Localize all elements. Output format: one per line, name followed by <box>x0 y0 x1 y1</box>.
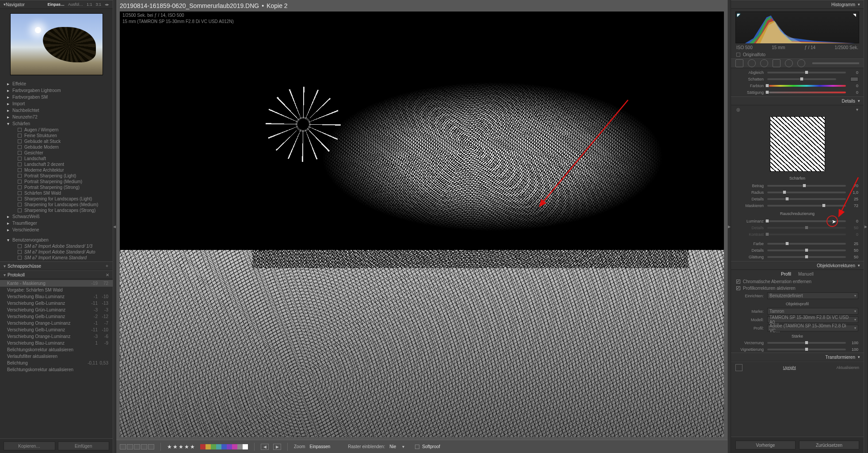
preset-group-scharfen[interactable]: Schärfen <box>0 120 113 127</box>
original-photo-toggle[interactable]: Originalfoto <box>731 51 864 58</box>
color-label-swatch[interactable] <box>232 444 237 449</box>
history-row[interactable]: Verschiebung Gelb-Luminanz-11-13 <box>0 300 113 307</box>
history-row[interactable]: Verschiebung Blau-Luminanz-1-10 <box>0 293 113 300</box>
history-row[interactable]: Verschiebung Orange-Luminanz-1-7 <box>0 320 113 326</box>
add-snapshot-icon[interactable]: ＋ <box>105 263 109 269</box>
details-sharpen-slider[interactable]: Details25 <box>731 196 864 202</box>
preset-group[interactable]: Import <box>0 100 113 107</box>
tab-manuell[interactable]: Manuell <box>798 272 814 276</box>
user-preset-item[interactable]: SM a7 Import Adobe Standard/ 1/3 <box>0 243 113 249</box>
rating-stars[interactable]: ★★★★★ <box>167 444 196 450</box>
luminanz-slider[interactable]: Luminanz0 <box>731 218 864 224</box>
compare-split-icon[interactable] <box>141 444 147 449</box>
detail-target-icon[interactable]: ◎ <box>736 107 740 112</box>
histogram[interactable]: ◤ ◥ <box>735 12 859 43</box>
preset-group[interactable]: Farbvorgaben Lightroom <box>0 87 113 94</box>
color-label-swatch[interactable] <box>237 444 243 449</box>
previous-button[interactable]: Vorherige <box>735 441 796 449</box>
history-row[interactable]: Verschiebung Gelb-Luminanz-11-10 <box>0 326 113 333</box>
preset-item[interactable]: Schärfen SM Wald <box>0 190 113 196</box>
spot-tool-icon[interactable] <box>748 59 756 67</box>
radius-slider[interactable]: Radius1,0 <box>731 189 864 196</box>
color-label-swatch[interactable] <box>216 444 221 449</box>
history-row[interactable]: Verschiebung Gelb-Luminanz-2-12 <box>0 313 113 320</box>
radial-tool-icon[interactable] <box>785 59 793 67</box>
color-labels[interactable] <box>200 444 248 449</box>
preset-group[interactable]: Effekte <box>0 81 113 87</box>
history-row[interactable]: Belichtungskorrektur aktualisieren <box>0 366 113 373</box>
preset-item[interactable]: Sharpening for Landscapes (Strong) <box>0 207 113 213</box>
loupe-view[interactable]: 1/2500 Sek. bei ƒ / 14, ISO 500 15 mm (T… <box>120 12 724 437</box>
reset-button[interactable]: Zurücksetzen <box>799 441 859 449</box>
maskieren-slider[interactable]: Maskieren72 <box>731 202 864 209</box>
before-after-lr-icon[interactable] <box>127 444 133 449</box>
glattung-slider[interactable]: Glättung50 <box>731 253 864 260</box>
crop-tool-icon[interactable] <box>735 59 743 67</box>
lens-header[interactable]: Objektivkorrekturen ▾ <box>731 261 864 270</box>
history-row[interactable]: Vorgabe: Schärfen SM Wald <box>0 287 113 293</box>
color-label-swatch[interactable] <box>211 444 216 449</box>
upright-label[interactable]: Upright <box>746 365 833 370</box>
copy-settings-button[interactable]: Kopieren… <box>4 441 55 450</box>
preset-item[interactable]: Sharpening for Landscapes (Medium) <box>0 202 113 207</box>
loupe-view-icon[interactable] <box>120 444 126 449</box>
preset-item[interactable]: Feine Strukturen <box>0 133 113 138</box>
farbe-slider[interactable]: Farbe25 <box>731 240 864 247</box>
history-row[interactable]: Verschiebung Orange-Luminanz-3-6 <box>0 333 113 340</box>
transform-header[interactable]: Transformieren ▾ <box>731 353 864 361</box>
preset-group[interactable]: Neunzehn72 <box>0 114 113 120</box>
history-row[interactable]: Kante - Maskierung-1972 <box>0 280 113 287</box>
wb-abgleich-slider[interactable]: Abgleich0 <box>731 69 864 76</box>
verzerrung-slider[interactable]: Verzerrung100 <box>731 339 864 346</box>
user-preset-item[interactable]: SM a7 Import Kamera Standard <box>0 255 113 261</box>
tool-size-slider[interactable] <box>812 62 859 64</box>
before-after-tb-icon[interactable] <box>134 444 140 449</box>
user-presets-group[interactable]: Benutzervorgaben <box>0 237 113 243</box>
gradient-tool-icon[interactable] <box>773 59 780 67</box>
color-label-swatch[interactable] <box>200 444 206 449</box>
preset-item[interactable]: Gebäude alt Stuck <box>0 138 113 144</box>
tab-profil[interactable]: Profil <box>781 272 791 276</box>
vignettierung-slider[interactable]: Vignettierung100 <box>731 346 864 353</box>
preset-item[interactable]: Landschaft 2 dezent <box>0 161 113 167</box>
preset-group[interactable]: Farbvorgaben SM <box>0 94 113 100</box>
preset-item[interactable]: Portrait Sharpening (Strong) <box>0 184 113 190</box>
lens-model-dropdown[interactable]: Modell:TAMRON SP 15-30mm F2.8 Di VC USD … <box>731 315 864 324</box>
history-row[interactable]: Belichtung-0,110,53 <box>0 360 113 366</box>
preset-item[interactable]: Sharpening for Landscapes (Light) <box>0 196 113 202</box>
lens-make-dropdown[interactable]: Marke:Tamron▾ <box>731 307 864 315</box>
left-splitter[interactable]: ◀ <box>113 0 116 453</box>
detail-preview[interactable] <box>770 116 825 172</box>
history-row[interactable]: Belichtungskorrektur aktualisieren <box>0 346 113 353</box>
details-farbe-slider[interactable]: Details50 <box>731 247 864 253</box>
preset-item[interactable]: Portrait Sharpening (Medium) <box>0 179 113 184</box>
lens-profile-dropdown[interactable]: Profil:Adobe (TAMRON SP 15-30mm F2.8 Di … <box>731 324 864 332</box>
betrag-slider[interactable]: Betrag70 <box>731 182 864 189</box>
next-photo-button[interactable]: ▶ <box>273 444 281 450</box>
upright-tool-icon[interactable] <box>735 364 742 371</box>
user-preset-item[interactable]: SM a7 Import Adobe Standard/ Auto <box>0 249 113 255</box>
far-right-gutter[interactable]: ▶ <box>864 0 868 453</box>
details-header[interactable]: Details ▾ <box>731 96 864 105</box>
survey-icon[interactable] <box>148 444 154 449</box>
snapshots-header[interactable]: ▾ Schnappschüsse ＋ <box>0 261 113 270</box>
sattigung-slider[interactable]: Sättigung0 <box>731 89 864 96</box>
histogram-header[interactable]: Histogramm ▾ <box>731 0 864 9</box>
schatten-slider[interactable]: Schatten <box>731 76 864 82</box>
details-luminanz-slider[interactable]: Details50 <box>731 224 864 231</box>
history-row[interactable]: Verschiebung Blau-Luminanz1-9 <box>0 340 113 346</box>
zoom-value[interactable]: Einpassen <box>310 444 331 449</box>
farbton-slider[interactable]: Farbton0 <box>731 82 864 89</box>
preset-item[interactable]: Moderne Architektur <box>0 167 113 173</box>
enable-profile-checkbox[interactable]: ✓Profilkorrekturen aktivieren <box>731 285 864 292</box>
preset-item[interactable]: Portrait Sharpening (Light) <box>0 173 113 179</box>
setup-dropdown[interactable]: Einrichten:Benutzerdefiniert▾ <box>731 292 864 300</box>
preset-item[interactable]: Augen / Wimpern <box>0 127 113 133</box>
preset-group[interactable]: Verschiedene <box>0 226 113 233</box>
grid-value[interactable]: Nie <box>389 444 396 449</box>
navigator-header[interactable]: ▾ Navigator Einpas… Ausfül… 1:1 3:1 ◂▸ <box>0 0 113 9</box>
preset-item[interactable]: Landschaft <box>0 156 113 161</box>
color-label-swatch[interactable] <box>221 444 227 449</box>
redeye-tool-icon[interactable] <box>760 59 768 67</box>
remove-ca-checkbox[interactable]: ✓Chromatische Aberration entfernen <box>731 278 864 285</box>
